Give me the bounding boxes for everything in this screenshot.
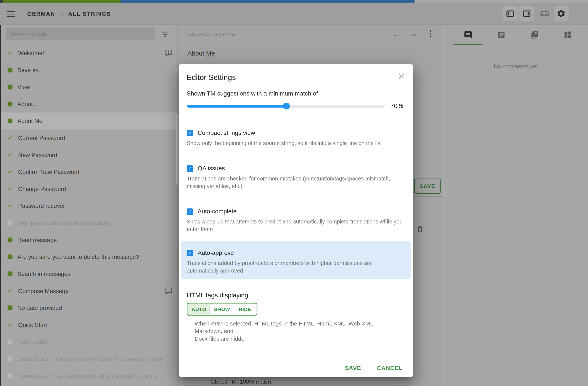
translated-square-icon [8, 254, 13, 259]
close-icon[interactable]: ✕ [396, 71, 407, 82]
setting-option: ✓Auto-approveTranslations added by proof… [181, 241, 411, 279]
layout-right-panel-button[interactable] [519, 6, 534, 21]
untranslated-square-icon [8, 373, 13, 378]
strings-sidebar: ✓Welcome!Save as...ViewAbout...About Me✓… [0, 25, 178, 386]
string-row[interactable]: ✓Current Password [0, 130, 177, 147]
string-row[interactable]: No date provided [0, 299, 177, 316]
scrollbar-thumb[interactable] [176, 113, 178, 185]
html-desc-auto: Auto [211, 320, 223, 327]
string-label: Current Password [18, 135, 65, 141]
save-translation-button[interactable]: SAVE [414, 178, 441, 194]
tm-suggestion[interactable]: Global TM, 100% match [210, 378, 271, 385]
string-row[interactable]: About Me [0, 113, 177, 130]
string-row[interactable]: Read message [0, 232, 177, 249]
string-row[interactable]: Your password reseted successfully! [0, 214, 177, 232]
gear-icon [557, 9, 566, 18]
comments-tab-icon [463, 30, 472, 39]
layout-left-panel-button[interactable] [503, 6, 518, 21]
string-row[interactable]: ✓Change Password [0, 180, 177, 197]
option-checkbox-row[interactable]: ✓Compact strings view [187, 130, 405, 136]
untranslated-square-icon [8, 356, 13, 361]
apps-tab-icon [563, 30, 572, 39]
keyboard-shortcuts-button[interactable] [537, 6, 552, 21]
checkbox-checked-icon[interactable]: ✓ [187, 208, 193, 215]
string-row[interactable]: About... [0, 96, 177, 113]
string-row[interactable]: Search in messages [0, 265, 177, 283]
string-label: Lorem Ipsum is simply dummy text of the … [17, 356, 163, 362]
string-row[interactable]: View [0, 78, 177, 96]
right-panel: No comments yet [443, 25, 588, 386]
string-row[interactable]: Hello world! [0, 333, 177, 350]
checkbox-checked-icon[interactable]: ✓ [187, 165, 193, 172]
chevron-right-icon: › [60, 10, 63, 17]
string-row[interactable]: Are you sure you want to delete this mes… [0, 248, 177, 265]
breadcrumb-section[interactable]: ALL STRINGS [68, 11, 111, 17]
tm-match-slider[interactable] [187, 102, 385, 110]
tab-translation-memory[interactable] [518, 25, 551, 45]
string-label: No date provided [17, 305, 62, 311]
string-row[interactable]: ✓Password recover [0, 197, 177, 215]
search-input[interactable] [6, 28, 155, 40]
html-tags-option-hide[interactable]: HIDE [234, 303, 257, 315]
string-label: About Me [17, 117, 42, 124]
next-string-button[interactable]: → [406, 27, 420, 41]
tab-apps[interactable] [551, 25, 584, 45]
slider-thumb[interactable] [283, 103, 290, 109]
option-label: Auto-approve [198, 250, 234, 256]
issue-bubble-icon[interactable] [164, 49, 173, 57]
option-checkbox-row[interactable]: ✓QA issues [187, 165, 405, 172]
slider-value: 70% [390, 102, 403, 110]
strings-list: ✓Welcome!Save as...ViewAbout...About Me✓… [0, 44, 177, 384]
tm-label-suffix: suggestions with a minimum match of [215, 90, 318, 96]
checkbox-checked-icon[interactable]: ✓ [187, 250, 193, 256]
html-tags-section: HTML tags displaying AUTOSHOWHIDE When A… [187, 292, 405, 342]
settings-options: ✓Compact strings viewShow only the begin… [179, 130, 413, 279]
string-label: Hello world! [17, 338, 48, 345]
option-checkbox-row[interactable]: ✓Auto-complete [187, 208, 405, 215]
editor-settings-dialog: Editor Settings ✕ Shown TM suggestions w… [179, 64, 413, 377]
option-label: Compact strings view [198, 130, 255, 136]
checkbox-checked-icon[interactable]: ✓ [187, 130, 193, 136]
tab-context[interactable] [484, 25, 518, 45]
string-row[interactable]: ✓Welcome! [0, 44, 177, 62]
option-description: Translations are checked for common mist… [187, 175, 405, 190]
keyboard-icon [540, 9, 549, 18]
html-tags-option-show[interactable]: SHOW [210, 303, 234, 315]
string-row[interactable]: ✓Confirm New Password [0, 163, 177, 180]
translation-editor-app: GERMAN › ALL STRINGS [0, 0, 588, 386]
translated-square-icon [8, 237, 13, 243]
string-label: Search in messages [17, 270, 70, 277]
string-label: Are you sure you want to delete this mes… [17, 253, 139, 260]
html-tags-segmented-control: AUTOSHOWHIDE [187, 303, 257, 316]
previous-string-button[interactable]: ← [390, 27, 403, 41]
tm-threshold-label: Shown TM suggestions with a minimum matc… [187, 90, 405, 97]
dialog-title: Editor Settings [187, 73, 405, 82]
settings-button[interactable] [554, 6, 569, 21]
slider-fill [187, 105, 286, 107]
string-row[interactable]: Lorem Ipsum has been the industry's stan… [0, 367, 177, 385]
filter-icon[interactable] [159, 29, 171, 39]
string-row[interactable]: ✓Compose Message [0, 283, 177, 300]
dialog-save-button[interactable]: SAVE [345, 365, 361, 371]
tab-comments[interactable] [451, 25, 484, 45]
translation-progress-bar [0, 0, 588, 3]
setting-option: ✓QA issuesTranslations are checked for c… [181, 165, 411, 190]
string-label: Change Password [18, 186, 66, 192]
menu-icon[interactable] [7, 11, 16, 17]
string-row[interactable]: Save as... [0, 62, 177, 79]
html-tags-option-auto[interactable]: AUTO [187, 303, 210, 315]
document-tab-icon [497, 30, 505, 39]
delete-suggestion-icon[interactable] [416, 224, 424, 235]
string-row[interactable]: Lorem Ipsum is simply dummy text of the … [0, 350, 177, 367]
more-options-icon[interactable] [424, 27, 437, 41]
string-row[interactable]: ✓Quick Start [0, 316, 177, 333]
string-row[interactable]: ✓New Password [0, 147, 177, 164]
tm-label-prefix: Shown [187, 90, 207, 96]
translated-square-icon [8, 305, 13, 310]
comment-bubble-icon[interactable] [164, 287, 173, 295]
breadcrumb-project[interactable]: GERMAN [27, 11, 55, 17]
option-checkbox-row[interactable]: ✓Auto-approve [187, 250, 405, 256]
editor-header: SOURCE STRING ← → [178, 25, 443, 43]
source-term: Me [206, 50, 215, 58]
dialog-cancel-button[interactable]: CANCEL [377, 365, 403, 371]
